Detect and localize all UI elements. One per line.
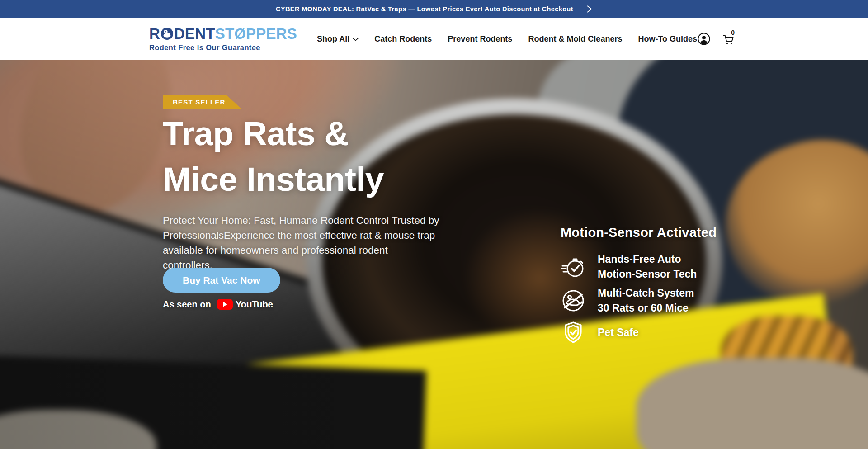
hero-content: BEST SELLER Trap Rats & Mice Instantly P… xyxy=(0,60,868,449)
feature-multi-catch: Multi-Catch System 30 Rats or 60 Mice xyxy=(561,286,717,316)
site-header: R DENT STØPPERS Rodent Free Is Our Guara… xyxy=(0,18,868,60)
feature-text: Pet Safe xyxy=(598,325,639,340)
hero-description: Protect Your Home: Fast, Humane Rodent C… xyxy=(163,213,439,273)
nav-catch-rodents-label: Catch Rodents xyxy=(374,34,432,44)
nav-catch-rodents[interactable]: Catch Rodents xyxy=(374,34,432,44)
buy-rat-vac-button[interactable]: Buy Rat Vac Now xyxy=(163,268,280,293)
logo-text-dark2: DENT xyxy=(174,26,215,41)
header-icons: 0 xyxy=(697,32,735,46)
best-seller-badge: BEST SELLER xyxy=(163,95,242,109)
chevron-down-icon xyxy=(353,37,359,41)
feature-line: Pet Safe xyxy=(598,325,639,340)
brand-wordmark: R DENT STØPPERS xyxy=(149,26,297,41)
feature-text: Multi-Catch System 30 Rats or 60 Mice xyxy=(598,286,694,316)
as-seen-on-label: As seen on xyxy=(163,299,211,310)
hero-heading-line2: Mice Instantly xyxy=(163,156,384,202)
feature-line: Motion-Sensor Tech xyxy=(598,267,697,282)
youtube-play-icon xyxy=(217,299,233,310)
feature-line: Hands-Free Auto xyxy=(598,252,697,267)
hero-section: BEST SELLER Trap Rats & Mice Instantly P… xyxy=(0,60,868,449)
features-title: Motion-Sensor Activated xyxy=(561,225,717,240)
nav-prevent-rodents-label: Prevent Rodents xyxy=(448,34,512,44)
announcement-banner[interactable]: CYBER MONDAY DEAL: RatVac & Traps — Lowe… xyxy=(0,0,868,18)
youtube-wordmark: YouTube xyxy=(236,299,273,310)
nav-rodent-mold-cleaners-label: Rodent & Mold Cleaners xyxy=(528,34,622,44)
feature-text: Hands-Free Auto Motion-Sensor Tech xyxy=(598,252,697,282)
rodent-circle-icon xyxy=(160,27,174,40)
feature-line: Multi-Catch System xyxy=(598,286,694,301)
nav-prevent-rodents[interactable]: Prevent Rodents xyxy=(448,34,512,44)
account-icon[interactable] xyxy=(697,32,711,46)
shield-check-icon xyxy=(561,320,586,345)
hero-heading: Trap Rats & Mice Instantly xyxy=(163,111,384,202)
nav-how-to-guides-label: How-To Guides xyxy=(638,34,697,44)
feature-line: 30 Rats or 60 Mice xyxy=(598,301,694,316)
nav-shop-all-label: Shop All xyxy=(317,34,349,44)
no-rodent-icon xyxy=(561,288,586,313)
feature-motion-sensor: Hands-Free Auto Motion-Sensor Tech xyxy=(561,252,717,282)
cart-count-badge: 0 xyxy=(731,29,735,36)
feature-list: Hands-Free Auto Motion-Sensor Tech xyxy=(561,252,717,345)
hero-heading-line1: Trap Rats & xyxy=(163,111,384,156)
main-nav: Shop All Catch Rodents Prevent Rodents R… xyxy=(317,34,697,44)
nav-how-to-guides[interactable]: How-To Guides xyxy=(638,34,697,44)
youtube-logo: YouTube xyxy=(217,299,273,310)
arrow-right-icon xyxy=(579,5,592,13)
nav-rodent-mold-cleaners[interactable]: Rodent & Mold Cleaners xyxy=(528,34,622,44)
feature-panel: Motion-Sensor Activated Hands-Free Au xyxy=(561,225,717,345)
nav-shop-all[interactable]: Shop All xyxy=(317,34,359,44)
brand-logo[interactable]: R DENT STØPPERS Rodent Free Is Our Guara… xyxy=(149,26,297,52)
cart-icon[interactable]: 0 xyxy=(722,32,735,46)
brand-tagline: Rodent Free Is Our Guarantee xyxy=(149,44,297,52)
logo-text-light: STØPPERS xyxy=(215,26,297,41)
announcement-text: CYBER MONDAY DEAL: RatVac & Traps — Lowe… xyxy=(276,5,573,13)
logo-text-dark: R xyxy=(149,26,160,41)
as-seen-on: As seen on YouTube xyxy=(163,299,273,310)
stopwatch-check-icon xyxy=(561,254,586,279)
feature-pet-safe: Pet Safe xyxy=(561,320,717,345)
